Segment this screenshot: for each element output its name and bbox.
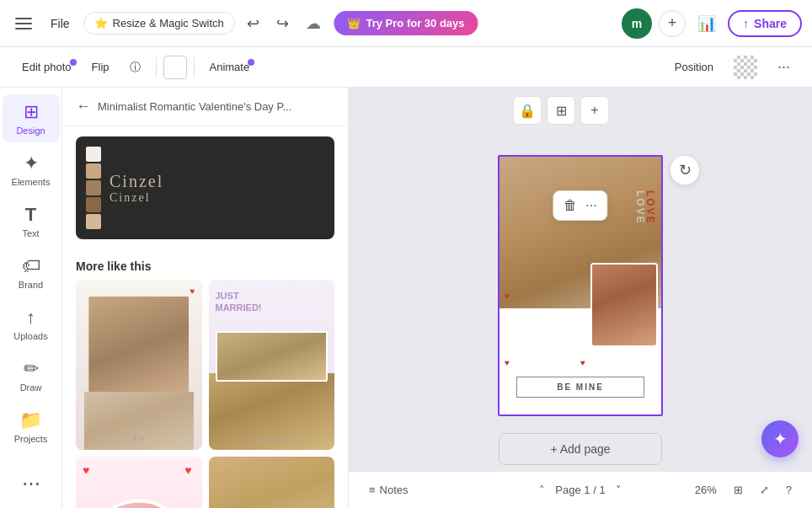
templates-grid: ♥ my Love ♥ ♥ JUSTMA [62, 280, 348, 508]
heart-icon-1: ♥ [190, 286, 195, 296]
palette-swatch-4 [86, 197, 101, 212]
left-panel: ← Minimalist Romantic Valentine's Day P.… [62, 88, 349, 508]
sidebar-item-elements[interactable]: ✦ Elements [3, 146, 60, 194]
template-card-4[interactable]: Better together [209, 457, 335, 508]
grid-view-button[interactable]: ⊞ [727, 479, 750, 501]
file-menu-button[interactable]: File [44, 12, 77, 35]
sidebar-item-brand[interactable]: 🏷 Brand [3, 249, 60, 297]
crown-icon: 👑 [347, 17, 361, 29]
template-card-2[interactable]: JUSTMARRIED! Kay & Nayo [209, 280, 335, 450]
magic-switch-label: Resize & Magic Switch [113, 17, 224, 29]
fullscreen-button[interactable]: ⤢ [753, 479, 776, 501]
template-preview: Cinzel Cinzel [76, 136, 334, 239]
uploads-icon: ↑ [26, 307, 35, 329]
design-icon: ⊞ [24, 101, 39, 123]
share-label: Share [754, 17, 787, 30]
zoom-controls: 26% ⊞ ⤢ ? [688, 479, 799, 501]
edit-photo-button[interactable]: Edit photo [13, 56, 80, 78]
sidebar-item-uploads[interactable]: ↑ Uploads [3, 300, 60, 348]
template-card-3[interactable]: ♥ ♥ you and me [76, 457, 202, 508]
card-love-text-outline: LOVE [634, 190, 646, 225]
analytics-button[interactable]: 📊 [692, 9, 721, 38]
palette-swatch-2 [86, 163, 101, 179]
topbar-right: m + 📊 ↑ Share [622, 8, 802, 39]
delete-element-button[interactable]: 🗑 [560, 195, 580, 217]
notes-button[interactable]: ≡ Notes [362, 479, 415, 501]
panel-back-button[interactable]: ← [76, 98, 91, 115]
checkerboard-button[interactable] [725, 51, 766, 84]
sidebar-label-elements: Elements [12, 177, 51, 187]
star-icon: ⭐ [94, 17, 108, 29]
card-love-text: LOVE [644, 190, 656, 225]
info-button[interactable]: ⓘ [121, 55, 149, 80]
projects-icon: 📁 [19, 409, 42, 431]
color-swatch-button[interactable] [163, 56, 187, 79]
edit-photo-label: Edit photo [22, 61, 72, 73]
sidebar-more-button[interactable]: ⋯ [3, 466, 60, 501]
heart-icon-3a: ♥ [83, 463, 89, 477]
sidebar: ⊞ Design ✦ Elements T Text 🏷 Brand ↑ Upl… [0, 88, 62, 508]
undo-button[interactable]: ↩ [242, 9, 264, 38]
add-collaborator-button[interactable]: + [659, 10, 686, 37]
animate-indicator [248, 59, 254, 66]
sidebar-item-draw[interactable]: ✏ Draw [3, 351, 60, 399]
next-page-button[interactable]: ˅ [609, 479, 628, 501]
share-icon: ↑ [743, 17, 749, 30]
magic-circle-button[interactable]: ✦ [761, 420, 799, 457]
sidebar-item-text[interactable]: T Text [3, 197, 60, 245]
cloud-save-button[interactable]: ☁ [301, 9, 326, 38]
template-fonts: Cinzel Cinzel [110, 172, 324, 205]
template-card-1[interactable]: ♥ my Love ♥ ♥ [76, 280, 202, 450]
more-options-button[interactable]: ··· [769, 53, 799, 81]
topbar-left: File ⭐ Resize & Magic Switch ↩ ↪ ☁ [10, 9, 326, 38]
checkerboard-icon [734, 56, 757, 79]
palette-swatch-1 [86, 147, 101, 162]
bottom-bar: ≡ Notes ˄ Page 1 / 1 ˅ 26% ⊞ ⤢ ? [349, 471, 812, 508]
canvas-card[interactable]: 🗑 ··· LOVE LOVE ♥ ♥ ♥ BE [498, 155, 663, 416]
template-2-text-just: JUSTMARRIED! [216, 290, 262, 314]
template-card-2-inner: JUSTMARRIED! Kay & Nayo [209, 280, 335, 450]
magic-switch-button[interactable]: ⭐ Resize & Magic Switch [83, 12, 235, 35]
try-pro-label: Try Pro for 30 days [366, 17, 464, 29]
animate-button[interactable]: Animate [201, 56, 259, 78]
heart-icon-3b: ♥ [184, 463, 191, 477]
top-bar: File ⭐ Resize & Magic Switch ↩ ↪ ☁ 👑 Try… [0, 0, 812, 47]
flip-label: Flip [92, 61, 110, 73]
template-2-label: Kay & Nayo [254, 437, 289, 445]
zoom-text: 26% [695, 484, 717, 496]
hamburger-menu-button[interactable] [10, 13, 37, 35]
sidebar-item-design[interactable]: ⊞ Design [3, 94, 60, 142]
heart-icon-bottom-left: ♥ [505, 358, 510, 367]
element-more-button[interactable]: ··· [582, 195, 600, 217]
flip-button[interactable]: Flip [83, 56, 118, 78]
zoom-level-button[interactable]: 26% [688, 479, 724, 501]
sidebar-label-draw: Draw [20, 382, 42, 393]
add-page-button[interactable]: + Add page [499, 433, 661, 465]
more-dots-icon: ⋯ [22, 473, 40, 495]
prev-page-button[interactable]: ˄ [532, 479, 552, 501]
position-button[interactable]: Position [666, 56, 722, 78]
brand-icon: 🏷 [22, 255, 40, 277]
sidebar-item-projects[interactable]: 📁 Projects [3, 403, 60, 451]
elements-icon: ✦ [24, 152, 39, 174]
info-icon: ⓘ [130, 60, 141, 75]
separator [156, 57, 157, 78]
share-button[interactable]: ↑ Share [728, 10, 802, 37]
heart-icon-top-left: ♥ [505, 291, 510, 301]
element-toolbar: 🗑 ··· [553, 190, 607, 221]
palette-swatch-3 [86, 180, 101, 195]
redo-button[interactable]: ↪ [271, 9, 294, 38]
help-button[interactable]: ? [779, 479, 799, 501]
main-layout: ⊞ Design ✦ Elements T Text 🏷 Brand ↑ Upl… [0, 88, 812, 508]
topbar-center: 👑 Try Pro for 30 days [334, 11, 478, 35]
small-hearts-1: ♥ ♥ [133, 435, 144, 443]
sidebar-label-uploads: Uploads [13, 331, 47, 341]
draw-icon: ✏ [24, 358, 39, 380]
user-avatar-button[interactable]: m [622, 8, 652, 39]
animate-label: Animate [210, 61, 250, 73]
try-pro-button[interactable]: 👑 Try Pro for 30 days [334, 11, 478, 35]
toolbar2-right: Position ··· [666, 51, 799, 84]
card-small-photo [590, 263, 658, 347]
refresh-button[interactable]: ↻ [670, 155, 700, 185]
canvas-container: 🗑 ··· LOVE LOVE ♥ ♥ ♥ BE [498, 113, 663, 416]
